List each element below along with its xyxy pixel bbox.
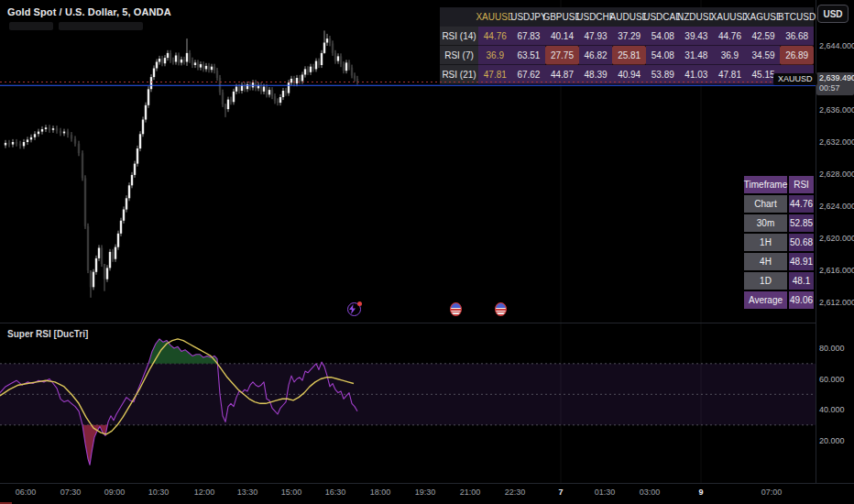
symbol-column-header: XAUUSD (713, 7, 747, 27)
timeframe-cell: 1H (744, 234, 787, 251)
flash-event-icon[interactable] (347, 302, 361, 316)
price-tick-label: 2,636.000 (819, 105, 854, 115)
rsi-tick-label: 80.000 (819, 344, 845, 353)
rsi-value-cell: 44.76 (713, 27, 747, 46)
legend-muted-values (9, 22, 53, 30)
pane-separator[interactable] (0, 323, 816, 323)
rsi-value-cell: 54.08 (646, 46, 680, 65)
bar-countdown: 00:57 (819, 83, 852, 93)
rsi-value-cell: 36.68 (780, 27, 814, 46)
rsi-value-cell: 37.29 (612, 27, 646, 46)
time-tick-label: 03:00 (630, 488, 670, 497)
price-tick-label: 2,620.000 (819, 234, 854, 243)
symbol-column-header: XAGUSD (747, 7, 781, 27)
timeframe-cell: Chart (744, 195, 787, 213)
time-tick-label: 19:30 (405, 488, 445, 497)
timeframe-header: Timeframe (744, 176, 787, 193)
rsi-value-cell: 26.89 (780, 46, 814, 65)
rsi-value-cell: 42.59 (747, 27, 781, 46)
rsi-header: RSI (789, 176, 814, 193)
time-tick-label: 18:00 (360, 488, 400, 497)
time-tick-label: 10:30 (138, 488, 179, 497)
rsi-value-cell: 34.59 (747, 46, 781, 65)
legend-muted-values (59, 22, 143, 30)
time-tick-label: 07:00 (751, 488, 792, 497)
time-tick-day-label: 9 (681, 488, 721, 497)
us-flag-event-icon[interactable] (495, 302, 507, 316)
symbol-column-header: USDCAD (646, 7, 680, 27)
price-tick-label: 2,624.000 (819, 202, 854, 211)
price-tick-label: 2,612.000 (819, 298, 854, 307)
timeframe-rsi-value: 44.76 (789, 195, 814, 213)
rsi-value-cell: 40.14 (545, 27, 579, 46)
current-price-label[interactable]: 2,639.490 00:57 (816, 72, 854, 95)
tradingview-chart-window: Gold Spot / U.S. Dollar, 5, OANDA Super … (0, 0, 854, 504)
rsi-value-cell: 27.75 (545, 46, 579, 65)
price-tick-label: 2,616.000 (819, 266, 854, 275)
symbol-column-header: BTCUSD (780, 7, 814, 27)
symbol-column-header: NZDUSD (680, 7, 714, 27)
symbol-column-header: USDJPY (512, 7, 546, 27)
time-tick-label: 16:30 (315, 488, 356, 497)
rsi-value-cell: 31.48 (680, 46, 714, 65)
rsi-tick-label: 60.000 (819, 375, 845, 384)
price-tick-label: 2,644.000 (819, 41, 854, 50)
symbol-column-header: XAUUSD (478, 7, 512, 27)
time-tick-label: 07:30 (50, 488, 91, 497)
rsi-tick-label: 40.000 (819, 405, 845, 414)
time-tick-label: 15:00 (271, 488, 312, 497)
time-tick-label: 09:00 (94, 488, 135, 497)
time-tick-day-label: 7 (541, 488, 581, 497)
time-tick-label: 22:30 (495, 488, 535, 497)
timeframe-cell: 30m (744, 214, 787, 232)
rsi-indicator-legend[interactable]: Super RSI [DucTri] (7, 329, 88, 339)
multi-symbol-rsi-table[interactable]: XAUUSDUSDJPYGBPUSDUSDCHFAUDUSDUSDCADNZDU… (440, 7, 814, 84)
timeframe-rsi-value: 48.1 (789, 272, 814, 290)
time-tick-label: 21:00 (450, 488, 490, 497)
rsi-value-cell: 63.51 (512, 46, 546, 65)
rsi-value-cell: 39.43 (680, 27, 714, 46)
time-tick-label: 01:30 (585, 488, 625, 497)
symbol-column-header: AUDUSD (612, 7, 646, 27)
rsi-indicator-canvas[interactable] (0, 323, 816, 483)
rsi-row-label: RSI (7) (440, 46, 478, 65)
rsi-value-cell: 25.81 (612, 46, 646, 65)
table-corner-cell (440, 7, 478, 27)
rsi-value-cell: 54.08 (646, 27, 680, 46)
rsi-value-cell: 46.82 (579, 46, 613, 65)
rsi-tick-label: 20.000 (819, 436, 845, 445)
rsi-value-cell: 36.9 (713, 46, 747, 65)
time-tick-label: 12:00 (184, 488, 224, 497)
timeframe-rsi-value: 50.68 (789, 234, 814, 251)
rsi-value-cell: 67.83 (512, 27, 546, 46)
average-rsi-value: 49.06 (789, 291, 814, 309)
timeframe-rsi-value: 52.85 (789, 214, 814, 232)
time-tick-label: 13:30 (227, 488, 268, 497)
timeframe-cell: 4H (744, 253, 787, 270)
timeframe-rsi-table[interactable]: TimeframeRSIChart44.7630m52.851H50.684H4… (744, 176, 814, 309)
symbol-legend[interactable]: Gold Spot / U.S. Dollar, 5, OANDA (7, 6, 171, 17)
rsi-value-cell: 44.76 (478, 27, 512, 46)
timeframe-cell: 1D (744, 272, 787, 290)
price-tick-label: 2,632.000 (819, 137, 854, 147)
currency-toggle-button[interactable]: USD (817, 5, 849, 23)
time-axis[interactable]: 06:0007:3009:0010:3012:0013:3015:0016:30… (0, 484, 854, 504)
symbol-column-header: USDCHF (579, 7, 613, 27)
current-price-line (0, 82, 816, 82)
rsi-row-label: RSI (14) (440, 27, 478, 46)
symbol-axis-label: XAUUSD (773, 73, 817, 85)
average-label: Average (744, 291, 787, 309)
symbol-column-header: GBPUSD (545, 7, 579, 27)
us-flag-event-icon[interactable] (450, 302, 462, 316)
last-price-value: 2,639.490 (819, 73, 852, 83)
timeframe-rsi-value: 48.91 (789, 253, 814, 270)
rsi-value-cell: 36.9 (478, 46, 512, 65)
price-tick-label: 2,628.000 (819, 170, 854, 179)
time-tick-label: 06:00 (5, 488, 46, 497)
rsi-value-cell: 47.93 (579, 27, 613, 46)
